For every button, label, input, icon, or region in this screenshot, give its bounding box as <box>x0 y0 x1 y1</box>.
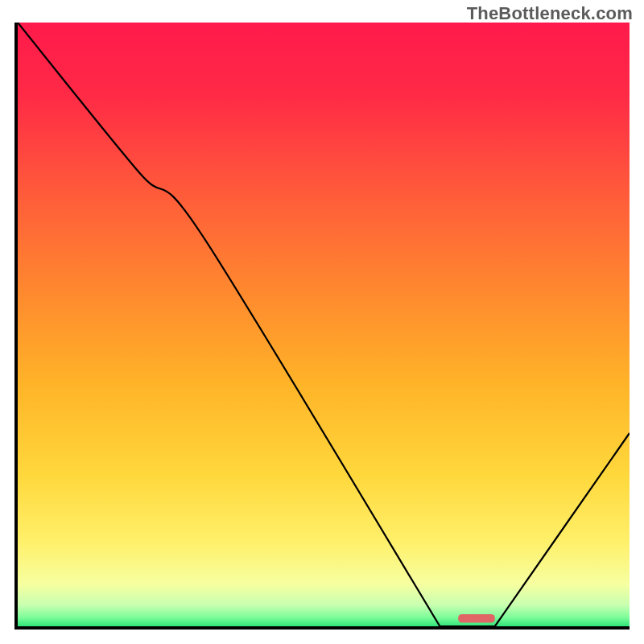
chart-frame: TheBottleneck.com <box>0 0 644 644</box>
optimal-marker <box>458 614 495 623</box>
watermark-text: TheBottleneck.com <box>467 3 633 24</box>
chart-overlay <box>18 23 630 626</box>
bottleneck-curve <box>18 23 630 626</box>
plot-area <box>14 23 630 630</box>
